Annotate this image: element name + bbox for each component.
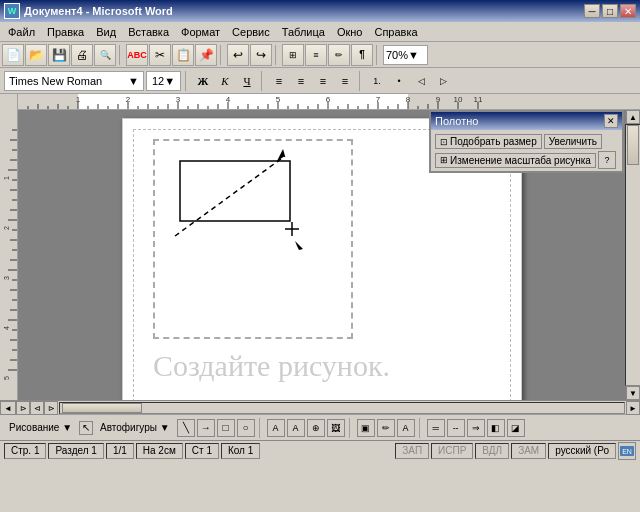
status-col: Кол 1 xyxy=(221,443,260,459)
cut-button[interactable]: ✂ xyxy=(149,44,171,66)
bold-button[interactable]: Ж xyxy=(193,71,213,91)
redo-button[interactable]: ↪ xyxy=(250,44,272,66)
vertical-scrollbar: ▲ ▼ xyxy=(626,110,640,400)
minimize-button[interactable]: ─ xyxy=(584,4,600,18)
drawing-menu[interactable]: Рисование ▼ xyxy=(4,420,77,435)
separator-fmt-3 xyxy=(359,71,363,91)
page-nav-2[interactable]: ⊲ xyxy=(30,401,44,415)
show-hide-button[interactable]: ¶ xyxy=(351,44,373,66)
bullets-button[interactable]: • xyxy=(389,71,409,91)
text-box-tool[interactable]: A xyxy=(267,419,285,437)
font-name-dropdown[interactable]: Times New Roman ▼ xyxy=(4,71,144,91)
h-scroll-track[interactable] xyxy=(59,402,625,414)
open-button[interactable]: 📂 xyxy=(25,44,47,66)
scale-label: Изменение масштаба рисунка xyxy=(450,155,591,166)
separator-1 xyxy=(119,45,123,65)
menu-help[interactable]: Справка xyxy=(368,23,423,41)
align-left-button[interactable]: ≡ xyxy=(269,71,289,91)
underline-button[interactable]: Ч xyxy=(237,71,257,91)
undo-button[interactable]: ↩ xyxy=(227,44,249,66)
3d-tool[interactable]: ◪ xyxy=(507,419,525,437)
menu-window[interactable]: Окно xyxy=(331,23,369,41)
zoom-dropdown[interactable]: 70% ▼ xyxy=(383,45,428,65)
arrow-tool[interactable]: → xyxy=(197,419,215,437)
copy-button[interactable]: 📋 xyxy=(172,44,194,66)
drawing-content xyxy=(155,141,355,341)
status-rec: ЗАП xyxy=(395,443,429,459)
font-color-tool[interactable]: A xyxy=(397,419,415,437)
ruler-area: 1 2 3 4 xyxy=(0,94,640,110)
line-tool[interactable]: ╲ xyxy=(177,419,195,437)
scroll-up-button[interactable]: ▲ xyxy=(626,110,640,124)
drawing-button[interactable]: ✏ xyxy=(328,44,350,66)
scroll-down-button[interactable]: ▼ xyxy=(626,386,640,400)
separator-2 xyxy=(220,45,224,65)
scroll-left-button[interactable]: ◄ xyxy=(0,401,16,415)
draw-separator-3 xyxy=(419,418,423,438)
page-nav-1[interactable]: ⊳ xyxy=(16,401,30,415)
align-justify-button[interactable]: ≡ xyxy=(335,71,355,91)
menu-file[interactable]: Файл xyxy=(2,23,41,41)
italic-button[interactable]: К xyxy=(215,71,235,91)
canvas-panel-close-button[interactable]: ✕ xyxy=(604,114,618,128)
h-scroll-thumb[interactable] xyxy=(62,403,142,413)
fit-size-button[interactable]: ⊡ Подобрать размер xyxy=(435,134,542,149)
svg-marker-96 xyxy=(295,241,303,250)
canvas-help-button[interactable]: ? xyxy=(598,151,616,169)
new-button[interactable]: 📄 xyxy=(2,44,24,66)
page-nav-3[interactable]: ⊳ xyxy=(44,401,58,415)
arrow-style-tool[interactable]: ⇒ xyxy=(467,419,485,437)
menu-view[interactable]: Вид xyxy=(90,23,122,41)
spell-button[interactable]: ABC xyxy=(126,44,148,66)
status-bar: Стр. 1 Раздел 1 1/1 На 2см Ст 1 Кол 1 ЗА… xyxy=(0,440,640,460)
columns-button[interactable]: ≡ xyxy=(305,44,327,66)
autoshapes-label: Автофигуры ▼ xyxy=(100,422,170,433)
autoshapes-menu[interactable]: Автофигуры ▼ xyxy=(95,420,175,435)
horizontal-ruler: 1 2 3 4 xyxy=(18,94,640,110)
diagram-tool[interactable]: ⊕ xyxy=(307,419,325,437)
save-button[interactable]: 💾 xyxy=(48,44,70,66)
font-size-dropdown[interactable]: 12 ▼ xyxy=(146,71,181,91)
oval-tool[interactable]: ○ xyxy=(237,419,255,437)
shadow-tool[interactable]: ◧ xyxy=(487,419,505,437)
menu-tools[interactable]: Сервис xyxy=(226,23,276,41)
numbering-button[interactable]: 1. xyxy=(367,71,387,91)
scroll-track[interactable] xyxy=(625,124,640,386)
standard-toolbar: 📄 📂 💾 🖨 🔍 ABC ✂ 📋 📌 ↩ ↪ ⊞ ≡ ✏ ¶ 70% ▼ xyxy=(0,42,640,68)
svg-rect-91 xyxy=(180,161,290,221)
dash-style-tool[interactable]: -- xyxy=(447,419,465,437)
status-overtype: ЗАМ xyxy=(511,443,546,459)
print-button[interactable]: 🖨 xyxy=(71,44,93,66)
fill-color-tool[interactable]: ▣ xyxy=(357,419,375,437)
table-button[interactable]: ⊞ xyxy=(282,44,304,66)
menu-format[interactable]: Формат xyxy=(175,23,226,41)
language-icon[interactable]: EN xyxy=(618,442,636,460)
enlarge-button[interactable]: Увеличить xyxy=(544,134,602,149)
draw-separator-2 xyxy=(349,418,353,438)
align-center-button[interactable]: ≡ xyxy=(291,71,311,91)
preview-button[interactable]: 🔍 xyxy=(94,44,116,66)
menu-table[interactable]: Таблица xyxy=(276,23,331,41)
status-extend: ВДЛ xyxy=(475,443,509,459)
scale-button[interactable]: ⊞ Изменение масштаба рисунка xyxy=(435,153,596,168)
status-pos: На 2см xyxy=(136,443,183,459)
line-style-tool[interactable]: ═ xyxy=(427,419,445,437)
scroll-right-button[interactable]: ► xyxy=(626,401,640,415)
rect-tool[interactable]: □ xyxy=(217,419,235,437)
menu-insert[interactable]: Вставка xyxy=(122,23,175,41)
select-tool[interactable]: ↖ xyxy=(79,421,93,435)
wordart-tool[interactable]: A xyxy=(287,419,305,437)
decrease-indent-button[interactable]: ◁ xyxy=(411,71,431,91)
paste-button[interactable]: 📌 xyxy=(195,44,217,66)
svg-text:6: 6 xyxy=(326,95,331,104)
close-button[interactable]: ✕ xyxy=(620,4,636,18)
increase-indent-button[interactable]: ▷ xyxy=(433,71,453,91)
title-bar: W Документ4 - Microsoft Word ─ □ ✕ xyxy=(0,0,640,22)
maximize-button[interactable]: □ xyxy=(602,4,618,18)
align-right-button[interactable]: ≡ xyxy=(313,71,333,91)
separator-4 xyxy=(376,45,380,65)
clipart-tool[interactable]: 🖼 xyxy=(327,419,345,437)
scroll-thumb[interactable] xyxy=(627,125,639,165)
menu-edit[interactable]: Правка xyxy=(41,23,90,41)
line-color-tool[interactable]: ✏ xyxy=(377,419,395,437)
